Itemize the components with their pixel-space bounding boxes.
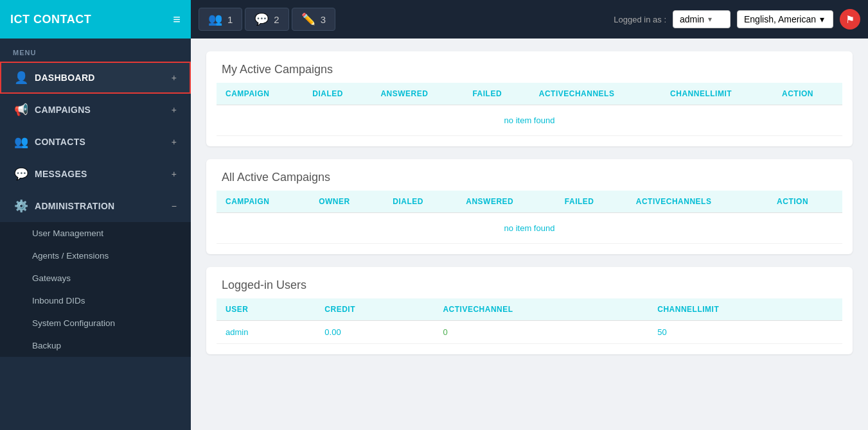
all-active-campaigns-header-row: CAMPAIGN OWNER DIALED ANSWERED FAILED AC… [217, 191, 842, 213]
sidebar: MENU 👤 DASHBOARD + 📢 CAMPAIGNS + 👥 CONTA… [0, 39, 191, 430]
flag-icon: ⚑ [846, 13, 855, 26]
sidebar-contacts-label: CONTACTS [35, 137, 85, 147]
logged-in-users-thead: USER CREDIT ACTIVECHANNEL CHANNELLIMIT [217, 298, 842, 321]
logged-in-users-title: Logged-in Users [206, 267, 853, 298]
col-channellimit: CHANNELLIMIT [661, 83, 773, 105]
dashboard-icon: 👤 [14, 71, 28, 85]
language-dropdown[interactable]: English, American ▾ [737, 10, 833, 28]
brand-name: ICT CONTACT [10, 13, 91, 26]
messages-plus-icon: + [172, 169, 177, 179]
tab-3[interactable]: ✏️ 3 [292, 8, 335, 31]
main-content: My Active Campaigns CAMPAIGN DIALED ANSW… [191, 39, 868, 430]
sidebar-item-administration[interactable]: ⚙️ ADMINISTRATION − [0, 190, 191, 222]
my-active-campaigns-thead: CAMPAIGN DIALED ANSWERED FAILED ACTIVECH… [217, 83, 842, 105]
logged-in-users-header-row: USER CREDIT ACTIVECHANNEL CHANNELLIMIT [217, 298, 842, 321]
col-campaign: CAMPAIGN [217, 83, 303, 105]
all-active-campaigns-thead: CAMPAIGN OWNER DIALED ANSWERED FAILED AC… [217, 191, 842, 213]
logged-in-users-table: USER CREDIT ACTIVECHANNEL CHANNELLIMIT a… [217, 298, 842, 344]
tab-3-icon: ✏️ [301, 12, 315, 26]
tab-2[interactable]: 💬 2 [245, 8, 288, 31]
administration-submenu: User Management Agents / Extensions Gate… [0, 222, 191, 357]
sidebar-item-dashboard[interactable]: 👤 DASHBOARD + [0, 62, 191, 94]
submenu-agents-extensions[interactable]: Agents / Extensions [0, 245, 191, 267]
col-activechannels: ACTIVECHANNELS [530, 83, 661, 105]
administration-icon: ⚙️ [14, 199, 28, 213]
my-active-no-item: no item found [217, 105, 842, 136]
table-row: no item found [217, 213, 842, 244]
user-dropdown-arrow: ▾ [708, 15, 712, 24]
tab-2-icon: 💬 [254, 12, 269, 26]
all-active-campaigns-card: All Active Campaigns CAMPAIGN OWNER DIAL… [206, 159, 853, 254]
tab-1-count: 1 [227, 14, 233, 25]
my-active-campaigns-tbody: no item found [217, 105, 842, 136]
my-active-campaigns-header-row: CAMPAIGN DIALED ANSWERED FAILED ACTIVECH… [217, 83, 842, 105]
all-active-campaigns-table: CAMPAIGN OWNER DIALED ANSWERED FAILED AC… [217, 191, 842, 244]
my-active-campaigns-title: My Active Campaigns [206, 51, 853, 83]
logged-in-users-tbody: admin 0.00 0 50 [217, 321, 842, 344]
col-activechannel: ACTIVECHANNEL [434, 298, 648, 321]
all-active-campaigns-tbody: no item found [217, 213, 842, 244]
col-owner: OWNER [310, 191, 384, 213]
tab-1[interactable]: 👥 1 [199, 8, 242, 31]
col-campaign2: CAMPAIGN [217, 191, 310, 213]
col-channellimit2: CHANNELLIMIT [648, 298, 842, 321]
col-dialed2: DIALED [384, 191, 457, 213]
all-active-campaigns-table-wrapper: CAMPAIGN OWNER DIALED ANSWERED FAILED AC… [206, 191, 853, 254]
sidebar-menu-label: MENU [0, 39, 191, 62]
all-active-campaigns-title: All Active Campaigns [206, 159, 853, 191]
tab-2-count: 2 [274, 14, 279, 25]
col-failed2: FAILED [556, 191, 627, 213]
sidebar-dashboard-label: DASHBOARD [35, 73, 95, 83]
sidebar-messages-label: MESSAGES [35, 169, 87, 179]
topbar-tabs: 👥 1 💬 2 ✏️ 3 [191, 8, 614, 31]
messages-icon: 💬 [14, 167, 28, 181]
sidebar-item-campaigns[interactable]: 📢 CAMPAIGNS + [0, 94, 191, 126]
col-failed: FAILED [463, 83, 529, 105]
submenu-system-configuration[interactable]: System Configuration [0, 312, 191, 334]
campaigns-plus-icon: + [172, 105, 177, 115]
credit-cell: 0.00 [315, 321, 434, 344]
submenu-backup[interactable]: Backup [0, 334, 191, 357]
tab-1-icon: 👥 [208, 12, 222, 26]
user-name: admin [680, 14, 704, 24]
main-layout: MENU 👤 DASHBOARD + 📢 CAMPAIGNS + 👥 CONTA… [0, 39, 868, 430]
my-active-campaigns-table: CAMPAIGN DIALED ANSWERED FAILED ACTIVECH… [217, 83, 842, 136]
col-action: ACTION [773, 83, 842, 105]
topbar-right: Logged in as : admin ▾ English, American… [614, 9, 868, 30]
user-cell: admin [217, 321, 315, 344]
campaigns-icon: 📢 [14, 103, 28, 117]
tab-3-count: 3 [321, 14, 326, 25]
table-row: no item found [217, 105, 842, 136]
col-dialed: DIALED [303, 83, 371, 105]
col-user: USER [217, 298, 315, 321]
col-credit: CREDIT [315, 298, 434, 321]
my-active-campaigns-table-wrapper: CAMPAIGN DIALED ANSWERED FAILED ACTIVECH… [206, 83, 853, 146]
flag-button[interactable]: ⚑ [840, 9, 860, 30]
submenu-gateways[interactable]: Gateways [0, 267, 191, 289]
table-row: admin 0.00 0 50 [217, 321, 842, 344]
all-active-no-item: no item found [217, 213, 842, 244]
submenu-inbound-dids[interactable]: Inbound DIDs [0, 289, 191, 312]
hamburger-icon[interactable]: ≡ [173, 12, 181, 27]
topbar: ICT CONTACT ≡ 👥 1 💬 2 ✏️ 3 Logged in as … [0, 0, 868, 39]
logged-in-label: Logged in as : [614, 15, 666, 24]
submenu-user-management[interactable]: User Management [0, 222, 191, 245]
activechannel-cell: 0 [434, 321, 648, 344]
user-dropdown[interactable]: admin ▾ [673, 10, 731, 28]
sidebar-administration-label: ADMINISTRATION [35, 201, 115, 211]
channellimit-cell: 50 [648, 321, 842, 344]
contacts-icon: 👥 [14, 135, 28, 149]
language-label: English, American [744, 14, 816, 24]
col-activechannels2: ACTIVECHANNELS [627, 191, 768, 213]
logged-in-users-table-wrapper: USER CREDIT ACTIVECHANNEL CHANNELLIMIT a… [206, 298, 853, 354]
my-active-campaigns-card: My Active Campaigns CAMPAIGN DIALED ANSW… [206, 51, 853, 146]
sidebar-item-contacts[interactable]: 👥 CONTACTS + [0, 126, 191, 158]
col-action2: ACTION [768, 191, 842, 213]
col-answered2: ANSWERED [457, 191, 556, 213]
sidebar-campaigns-label: CAMPAIGNS [35, 105, 91, 115]
dashboard-plus-icon: + [172, 73, 177, 83]
brand: ICT CONTACT ≡ [0, 0, 191, 39]
lang-dropdown-arrow: ▾ [820, 14, 824, 24]
sidebar-item-messages[interactable]: 💬 MESSAGES + [0, 158, 191, 190]
col-answered: ANSWERED [371, 83, 463, 105]
